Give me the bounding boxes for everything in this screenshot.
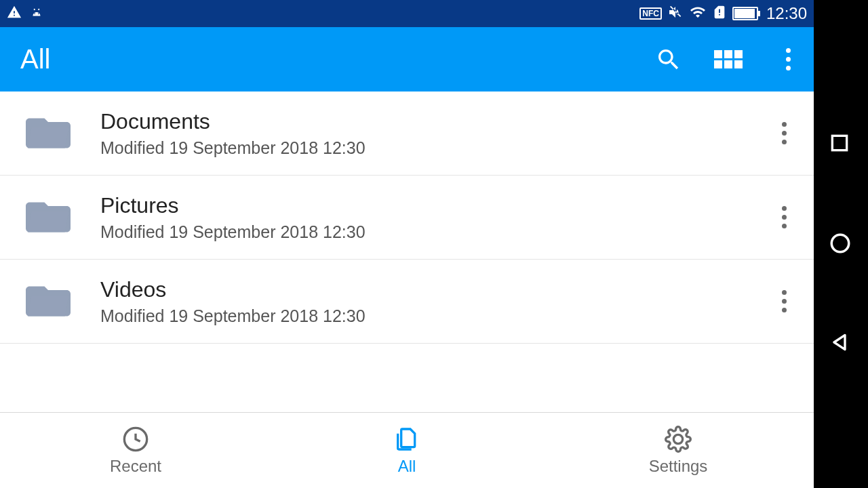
square-icon [829,132,850,154]
folder-subtitle: Modified 19 September 2018 12:30 [100,222,775,242]
nav-settings[interactable]: Settings [542,413,814,488]
folder-icon [24,199,72,236]
back-button[interactable] [829,331,853,356]
nav-all[interactable]: All [271,413,542,488]
list-item[interactable]: Documents Modified 19 September 2018 12:… [0,92,814,176]
more-options-button[interactable] [774,46,802,73]
bottom-nav: Recent All Settings [0,412,814,488]
overview-button[interactable] [829,132,853,157]
item-more-button[interactable] [775,115,793,151]
list-item[interactable]: Pictures Modified 19 September 2018 12:3… [0,176,814,260]
nav-label: Recent [110,457,161,476]
circle-icon [829,232,852,255]
folder-icon [24,115,72,152]
warning-icon [7,5,22,22]
item-more-button[interactable] [775,199,793,235]
folder-list: Documents Modified 19 September 2018 12:… [0,92,814,412]
system-nav-bar [814,0,868,488]
folder-name: Videos [100,277,775,302]
folder-subtitle: Modified 19 September 2018 12:30 [100,306,775,326]
page-title: All [20,44,50,75]
android-debug-icon [28,5,45,22]
folder-name: Documents [100,109,775,134]
svg-rect-0 [832,136,846,150]
folder-subtitle: Modified 19 September 2018 12:30 [100,138,775,158]
grid-view-button[interactable] [715,46,742,73]
gear-icon [665,426,692,453]
wifi-icon [689,4,707,23]
grid-icon [714,50,743,68]
sim-alert-icon [712,4,727,23]
home-button[interactable] [829,232,853,256]
clock-icon [122,426,149,453]
list-item[interactable]: Videos Modified 19 September 2018 12:30 [0,260,814,344]
files-icon [393,426,420,453]
more-vert-icon [786,48,791,70]
folder-icon [24,283,72,320]
svg-point-1 [831,235,849,252]
search-button[interactable] [655,46,682,73]
nav-recent[interactable]: Recent [0,413,271,488]
nav-label: All [398,457,416,476]
folder-name: Pictures [100,193,775,218]
status-time: 12:30 [766,4,807,23]
battery-icon [732,7,758,20]
nav-label: Settings [649,457,708,476]
status-bar: NFC 12:30 [0,0,814,27]
nfc-icon: NFC [639,7,662,20]
search-icon [655,46,682,73]
triangle-back-icon [829,331,850,353]
app-bar: All [0,27,814,92]
mute-icon [667,4,684,23]
item-more-button[interactable] [775,283,793,319]
